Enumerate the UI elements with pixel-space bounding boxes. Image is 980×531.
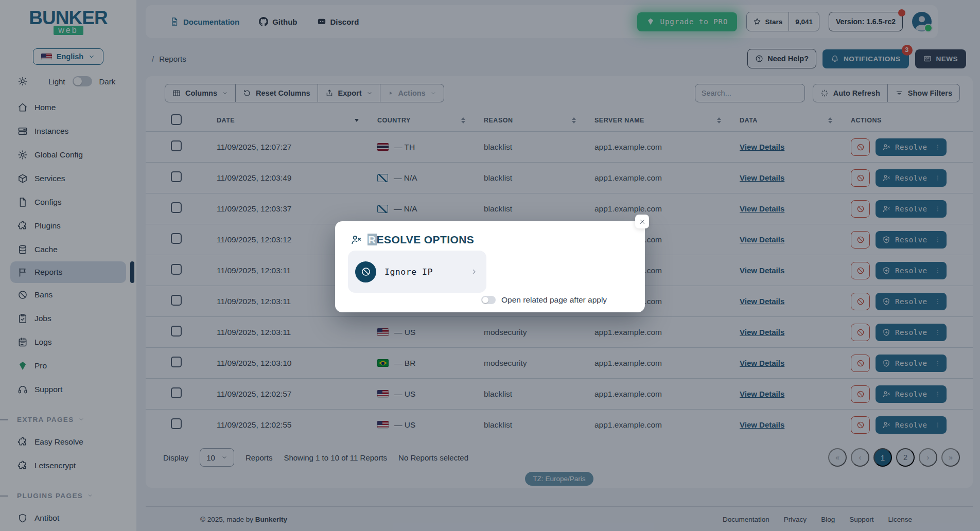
- open-related-label: Open related page after apply: [501, 295, 607, 305]
- modal-title-row: RESOLVE OPTIONS: [351, 234, 645, 246]
- modal-title-selected: R: [367, 234, 377, 245]
- modal-title: RESOLVE OPTIONS: [367, 234, 474, 246]
- modal-title-rest: ESOLVE OPTIONS: [377, 234, 475, 245]
- x-icon: [639, 218, 646, 225]
- chevron-right-icon: [470, 268, 478, 276]
- page: BUNKER web English Light Dark Home: [0, 0, 980, 531]
- user-x-icon: [351, 234, 362, 245]
- open-related-toggle[interactable]: [481, 296, 496, 304]
- close-icon[interactable]: [635, 215, 649, 228]
- ignore-ip-option[interactable]: Ignore IP: [348, 251, 486, 293]
- ban-icon: [361, 267, 371, 277]
- open-related-toggle-row: Open related page after apply: [481, 295, 607, 305]
- ignore-ip-label: Ignore IP: [384, 267, 433, 277]
- resolve-options-modal: RESOLVE OPTIONS Ignore IP Open related p…: [335, 221, 645, 312]
- ban-circle-icon: [355, 261, 376, 282]
